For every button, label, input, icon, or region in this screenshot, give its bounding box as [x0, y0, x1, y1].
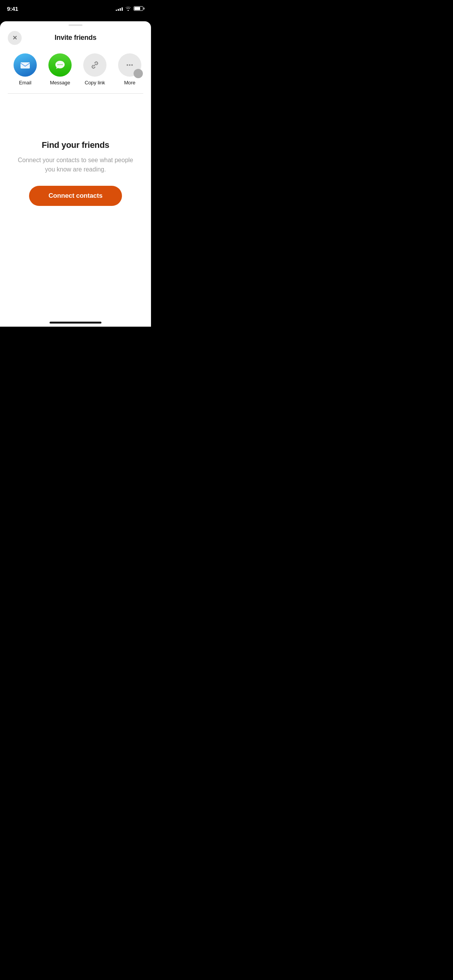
status-time: 9:41	[7, 5, 18, 12]
copy-link-icon	[89, 59, 101, 71]
email-label: Email	[19, 80, 31, 86]
status-bar: 9:41	[0, 0, 151, 17]
find-friends-title: Find your friends	[42, 140, 110, 150]
home-indicator	[50, 322, 101, 324]
svg-point-6	[131, 64, 133, 66]
svg-point-2	[60, 64, 61, 65]
signal-icon	[116, 6, 123, 11]
sheet-title: Invite friends	[55, 34, 96, 42]
status-icons	[116, 6, 143, 11]
close-button[interactable]: ✕	[8, 31, 22, 45]
email-icon-circle	[14, 53, 37, 77]
message-label: Message	[50, 80, 70, 86]
more-icon-circle	[118, 53, 141, 77]
svg-rect-0	[21, 62, 30, 69]
share-option-email[interactable]: Email	[12, 53, 39, 86]
svg-point-3	[62, 64, 63, 65]
email-icon	[19, 59, 31, 71]
svg-point-4	[127, 64, 128, 66]
copy-link-label: Copy link	[85, 80, 105, 86]
share-option-message[interactable]: Message	[46, 53, 74, 86]
more-label: More	[124, 80, 135, 86]
share-options-row: Email Message C	[0, 46, 151, 93]
message-icon-circle	[48, 53, 72, 77]
close-icon: ✕	[12, 35, 17, 41]
more-dot-badge	[134, 69, 143, 78]
divider	[8, 93, 143, 94]
message-icon	[54, 59, 66, 71]
battery-icon	[134, 6, 143, 11]
share-option-more[interactable]: More	[116, 53, 143, 86]
svg-point-1	[58, 64, 59, 65]
wifi-icon	[125, 6, 131, 11]
sheet-header: ✕ Invite friends	[0, 26, 151, 46]
find-friends-section: Find your friends Connect your contacts …	[0, 117, 151, 221]
more-dots-icon	[124, 59, 136, 71]
invite-friends-sheet: ✕ Invite friends Email	[0, 21, 151, 327]
copy-link-icon-circle	[83, 53, 106, 77]
connect-contacts-button[interactable]: Connect contacts	[29, 186, 122, 206]
share-option-copy-link[interactable]: Copy link	[81, 53, 108, 86]
svg-point-5	[129, 64, 130, 66]
find-friends-description: Connect your contacts to see what people…	[15, 156, 136, 174]
